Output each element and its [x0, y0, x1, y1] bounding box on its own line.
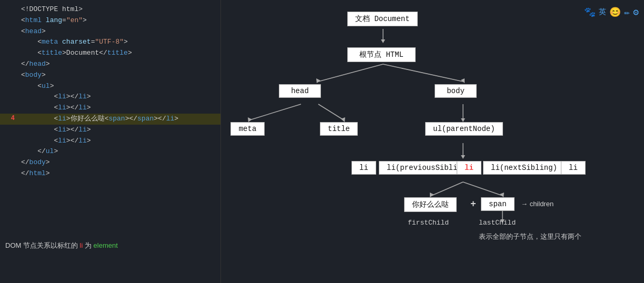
node-document: 文档 Document: [347, 12, 418, 26]
code-line-14: </ul>: [0, 146, 220, 157]
code-line-9: <li></li>: [0, 92, 220, 103]
node-li-next: li(nextSibling): [483, 161, 565, 175]
lang-icon[interactable]: 英: [599, 7, 606, 17]
svg-marker-13: [461, 155, 465, 159]
code-line-13: <li></li>: [0, 136, 220, 147]
code-line-8: <ul>: [0, 81, 220, 92]
svg-marker-5: [461, 78, 465, 83]
code-line-3: <head>: [0, 26, 220, 37]
toolbar: 🐾 英 😊 ✏️ ⚙️: [584, 6, 639, 18]
children-desc: 表示全部的子节点，这里只有两个: [479, 231, 581, 242]
code-line-10: <li></li>: [0, 103, 220, 114]
emoji-icon[interactable]: 😊: [609, 6, 621, 18]
code-line-11: 4 <li>你好么么哒<span></span></li>: [0, 114, 220, 125]
node-li-current: li: [457, 161, 481, 175]
code-panel: <!DOCTYPE html> <html lang="en"> <head> …: [0, 0, 221, 283]
code-line-7: <body>: [0, 70, 220, 81]
node-title: title: [320, 122, 358, 136]
node-li5: li: [561, 161, 586, 175]
svg-marker-17: [500, 193, 504, 197]
svg-line-14: [431, 182, 463, 196]
svg-line-2: [318, 64, 383, 82]
node-head: head: [279, 84, 321, 98]
gear-icon[interactable]: ⚙️: [633, 6, 639, 18]
node-html: 根节点 HTML: [347, 47, 416, 62]
code-line-15: </body>: [0, 157, 220, 168]
first-child-label: firstChild: [408, 219, 449, 227]
svg-marker-11: [461, 118, 465, 122]
paw-icon[interactable]: 🐾: [584, 6, 596, 18]
svg-line-16: [463, 182, 502, 196]
node-li1: li: [351, 161, 376, 175]
code-line-1: <!DOCTYPE html>: [0, 4, 220, 15]
node-body: body: [435, 84, 477, 98]
node-ul: ul(parentNode): [425, 122, 503, 136]
code-line-4: <meta charset="UTF-8">: [0, 37, 220, 48]
svg-marker-15: [430, 193, 434, 197]
edit-icon[interactable]: ✏️: [624, 6, 630, 18]
code-line-5: <title>Document</title>: [0, 48, 220, 59]
svg-marker-9: [341, 117, 345, 122]
svg-marker-1: [381, 39, 385, 43]
code-line-6: </head>: [0, 59, 220, 70]
last-child-label: lastChild: [479, 219, 516, 227]
children-arrow-label: → children: [521, 200, 554, 208]
node-meta: meta: [230, 122, 265, 136]
plus-sign: +: [470, 199, 476, 209]
node-span: span: [481, 197, 515, 211]
svg-line-8: [318, 104, 344, 120]
svg-marker-7: [248, 117, 252, 122]
svg-marker-3: [316, 78, 320, 83]
code-line-16: </html>: [0, 168, 220, 179]
node-text: 你好么么哒: [404, 197, 457, 212]
svg-line-6: [250, 104, 301, 120]
code-line-2: <html lang="en">: [0, 15, 220, 26]
annotation: DOM 节点关系以标红的 li 为 element: [5, 240, 118, 251]
diagram-panel: 文档 Document 根节点 HTML head body meta titl…: [221, 0, 644, 283]
svg-line-4: [383, 64, 463, 82]
code-line-12: <li></li>: [0, 125, 220, 136]
